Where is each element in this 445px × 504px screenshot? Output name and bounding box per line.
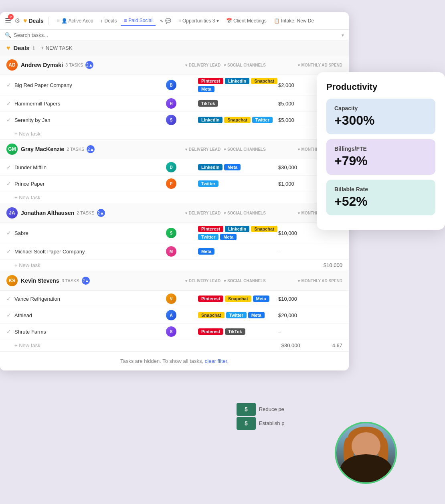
avatar-andrew: AD (6, 59, 18, 71)
person-name-kevin: Kevin Stevens (21, 277, 59, 284)
delivery-lead-avatar: M (166, 246, 176, 257)
social-tags: Twitter (198, 180, 278, 187)
chevron-down-icon[interactable]: ▾ (342, 32, 344, 38)
subtotal-kevin: $30,000 (281, 342, 300, 348)
section-jonathan: JA Jonathan Althausen 2 TASKS 2▲ ♥ DELIV… (0, 203, 349, 271)
new-task-button[interactable]: + NEW TASK (38, 44, 76, 52)
social-tags: Snapchat Twitter Meta (198, 312, 278, 318)
task-row: ✓ Dunder Mifflin D LinkedIn Meta $30,000 (0, 159, 349, 176)
avatar-kevin: KS (6, 275, 18, 286)
subtotal-jonathan: $10,000 (324, 262, 342, 268)
tag-meta: Meta (220, 234, 237, 240)
metric-capacity: Capacity +300% (326, 99, 435, 134)
new-task-row-kevin[interactable]: + New task $30,000 4.67 (0, 340, 349, 351)
avatar-gray: GM (6, 144, 18, 155)
social-tags: LinkedIn Meta (198, 164, 278, 170)
monthly-spend: – (278, 249, 342, 255)
monthly-spend: – (278, 329, 342, 335)
info-icon[interactable]: ℹ (33, 45, 35, 51)
check-icon: ✓ (6, 82, 11, 88)
tag-pinterest: Pinterest (198, 328, 223, 335)
tag-meta: Meta (198, 248, 214, 255)
task-name-cell: ✓ Athlead (6, 312, 166, 318)
tab-intake[interactable]: 📋 Intake: New De (271, 16, 317, 25)
social-tags: Pinterest Snapchat Meta (198, 296, 278, 302)
section-header-gray: GM Gray MacKenzie 2 TASKS 2▲ ♥ DELIVERY … (0, 140, 349, 159)
tab-deals[interactable]: ↕ Deals (97, 16, 120, 25)
check-icon: ✓ (6, 230, 11, 236)
section-header-andrew: AD Andrew Dymski 3 TASKS 2▲ ♥ DELIVERY L… (0, 55, 349, 75)
task-count-jonathan: 2 TASKS (77, 211, 94, 215)
cell-text-2: Establish p (257, 417, 286, 430)
average-kevin: 4.67 (332, 342, 342, 348)
task-name-cell: ✓ Big Red Paper Company (6, 82, 166, 88)
task-row: ✓ Serenity by Jan S LinkedIn Snapchat Tw… (0, 112, 349, 128)
list-icon: ≡ (57, 18, 60, 24)
green-cell-1: 5 (237, 403, 256, 416)
tab-label: 👤 Active Acco (61, 18, 93, 24)
avatar-image (336, 423, 395, 482)
status-bar: Tasks are hidden. To show all tasks, cle… (0, 351, 349, 370)
search-input[interactable] (14, 32, 339, 38)
tab-label: ≡ Opportunities 3 ▾ (178, 18, 219, 24)
tag-snapchat: Snapchat (198, 312, 225, 318)
monthly-spend: $10,000 (278, 296, 342, 302)
social-tags: Pinterest LinkedIn Snapchat Twitter Meta (198, 226, 278, 240)
task-name-cell: ✓ Hammermill Papers (6, 100, 166, 107)
task-name-cell: ✓ Sabre (6, 230, 166, 236)
gear-icon[interactable]: ⚙ (14, 17, 20, 24)
metric-billings-value: +79% (334, 154, 427, 168)
task-name-cell: ✓ Serenity by Jan (6, 117, 166, 123)
tab-chat[interactable]: ∿ 💬 (156, 16, 174, 25)
task-name-cell: ✓ Shrute Farms (6, 328, 166, 335)
app-title: Deals (29, 18, 44, 24)
task-name: Michael Scott Paper Company (14, 249, 85, 255)
new-task-row-jonathan[interactable]: + New task $10,000 (0, 260, 349, 271)
table-area: AD Andrew Dymski 3 TASKS 2▲ ♥ DELIVERY L… (0, 55, 349, 370)
status-message: Tasks are hidden. To show all tasks, (120, 358, 203, 364)
person-name-gray: Gray MacKenzie (21, 146, 64, 152)
task-name: Hammermill Papers (14, 101, 60, 107)
new-task-row-gray[interactable]: + New task $31,000 (0, 192, 349, 203)
tag-meta: Meta (253, 296, 269, 302)
delivery-lead-avatar: D (166, 162, 176, 172)
tab-client-meetings[interactable]: 📅 Client Meetings (223, 16, 270, 25)
tag-linkedin: LinkedIn (225, 226, 249, 232)
tab-opportunities[interactable]: ≡ Opportunities 3 ▾ (175, 16, 222, 25)
social-tags: Pinterest TikTok (198, 328, 278, 335)
section-header-jonathan: JA Jonathan Althausen 2 TASKS 2▲ ♥ DELIV… (0, 203, 349, 223)
tag-linkedin: LinkedIn (198, 117, 222, 123)
task-row: ✓ Hammermill Papers H TikTok $5,000 (0, 95, 349, 112)
social-tags: Pinterest LinkedIn Snapchat Meta (198, 78, 278, 92)
deals-header: ♥ Deals ℹ + NEW TASK (0, 41, 349, 55)
delivery-lead-avatar: P (166, 178, 176, 189)
tag-snapchat: Snapchat (251, 226, 277, 232)
tab-active-accounts[interactable]: ≡ 👤 Active Acco (54, 16, 97, 25)
metric-billable-label: Billable Rate (334, 186, 427, 192)
productivity-card: Productivity Capacity +300% Billings/FTE… (317, 72, 445, 230)
monthly-spend: $10,000 (278, 230, 342, 236)
productivity-title: Productivity (326, 82, 435, 92)
clear-filter-link[interactable]: clear filter. (205, 358, 229, 364)
tag-twitter: Twitter (252, 117, 273, 123)
person-name-andrew: Andrew Dymski (21, 62, 63, 68)
monthly-spend: $20,000 (278, 312, 342, 318)
nav-tabs: ≡ 👤 Active Acco ↕ Deals ≡ Paid Social ∿ … (54, 16, 317, 26)
new-task-row-andrew[interactable]: + New task $12,000 (0, 128, 349, 140)
tag-snapchat: Snapchat (224, 117, 251, 123)
new-task-label: + New task (14, 131, 40, 137)
task-row: ✓ Shrute Farms S Pinterest TikTok – (0, 324, 349, 340)
task-name-cell: ✓ Vance Refrigeration (6, 296, 166, 302)
hamburger-menu[interactable]: ☰ 9 (5, 16, 11, 25)
top-nav: ☰ 9 ⚙ ♥ Deals ≡ 👤 Active Acco ↕ Deals ≡ … (0, 12, 349, 30)
deals-heart-icon: ♥ (6, 45, 10, 52)
check-icon: ✓ (6, 180, 11, 187)
notification-badge: 9 (8, 14, 14, 20)
metric-capacity-value: +300% (334, 113, 427, 128)
tab-paid-social[interactable]: ≡ Paid Social (121, 16, 156, 26)
new-task-label: + New task (14, 262, 40, 268)
badge-andrew: 2▲ (85, 61, 93, 69)
check-icon: ✓ (6, 248, 11, 255)
body (340, 454, 392, 482)
task-name: Serenity by Jan (14, 117, 51, 123)
